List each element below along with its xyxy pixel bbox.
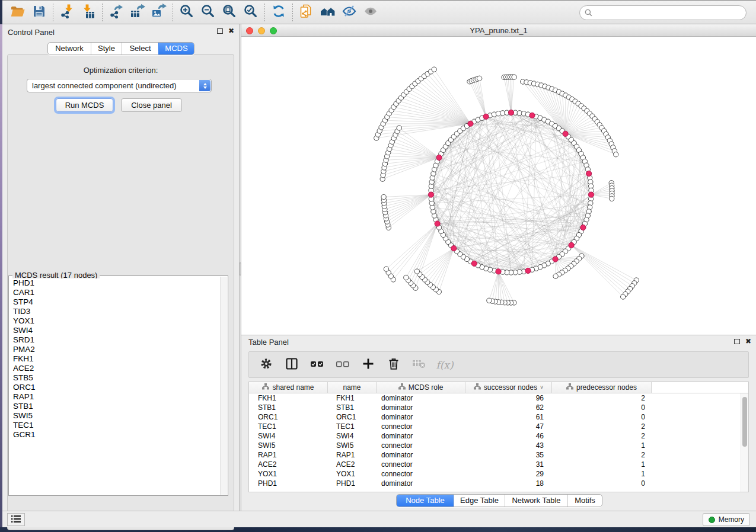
home-button[interactable]	[317, 2, 339, 23]
column-header-successor-nodes[interactable]: successor nodes˅	[465, 382, 552, 393]
save-session-button[interactable]	[28, 2, 50, 23]
tab-select[interactable]: Select	[122, 43, 158, 55]
close-panel-icon[interactable]: ✖	[745, 338, 751, 344]
task-history-button[interactable]	[7, 513, 25, 526]
table-row[interactable]: TEC1TEC1connector472	[249, 422, 748, 431]
add-column-button[interactable]	[361, 357, 376, 373]
mcds-result-item[interactable]: GCR1	[10, 430, 219, 440]
table-cell: 1	[552, 469, 652, 479]
tab-motifs[interactable]: Motifs	[567, 495, 602, 507]
mcds-result-item[interactable]: STB5	[10, 373, 219, 383]
export-network-button[interactable]	[106, 2, 127, 23]
optimization-criterion-select[interactable]: largest connected component (undirected)	[27, 79, 212, 92]
table-row[interactable]: STB1STB1dominator620	[249, 403, 748, 412]
table-cell: 29	[465, 469, 552, 479]
close-panel-icon[interactable]: ✖	[228, 28, 234, 34]
show-columns-button[interactable]	[284, 357, 299, 373]
search-field[interactable]	[579, 5, 747, 20]
mcds-result-item[interactable]: SRD1	[10, 335, 219, 345]
table-row[interactable]: SWI4SWI4dominator462	[249, 431, 748, 441]
tab-style[interactable]: Style	[91, 43, 122, 55]
mcds-result-item[interactable]: PMA2	[10, 345, 219, 354]
mcds-result-item[interactable]: TID3	[10, 307, 219, 316]
mcds-result-item[interactable]: SWI5	[10, 411, 219, 421]
export-table-button[interactable]	[127, 2, 148, 23]
table-row[interactable]: YOX1YOX1connector291	[249, 469, 748, 479]
mcds-result-item[interactable]: PHD1	[10, 278, 219, 288]
delete-column-button[interactable]	[386, 357, 401, 373]
table-header-row: shared namenameMCDS rolesuccessor nodes˅…	[249, 382, 748, 393]
mcds-result-item[interactable]: SWI4	[10, 326, 219, 335]
table-settings-button[interactable]	[259, 357, 274, 373]
table-cell: FKH1	[328, 393, 377, 403]
table-row[interactable]: PHD1PHD1dominator180	[249, 479, 748, 488]
tab-edge-table[interactable]: Edge Table	[454, 495, 505, 507]
plus-icon	[361, 357, 375, 373]
mcds-result-item[interactable]: CAR1	[10, 288, 219, 297]
export-image-button[interactable]	[148, 2, 170, 23]
home-icon	[320, 4, 336, 21]
run-mcds-button[interactable]: Run MCDS	[56, 98, 113, 112]
close-panel-button[interactable]: Close panel	[121, 98, 182, 112]
table-cell: RAP1	[249, 450, 328, 460]
apply-layout-button[interactable]	[268, 2, 289, 23]
tab-node-table[interactable]: Node Table	[397, 495, 454, 507]
column-header-mcds-role[interactable]: MCDS role	[377, 382, 465, 393]
table-row[interactable]: FKH1FKH1dominator962	[249, 393, 748, 403]
mcds-result-item[interactable]: ORC1	[10, 383, 219, 392]
float-panel-icon[interactable]	[217, 28, 223, 34]
show-graphics-button[interactable]	[360, 2, 381, 23]
import-table-button[interactable]	[78, 2, 99, 23]
tab-network-table[interactable]: Network Table	[505, 495, 567, 507]
mcds-result-item[interactable]: TEC1	[10, 421, 219, 430]
table-row[interactable]: ACE2ACE2connector311	[249, 460, 748, 469]
mcds-result-item[interactable]: RAP1	[10, 392, 219, 402]
select-all-icon	[310, 357, 325, 373]
table-cell: SWI4	[249, 431, 328, 441]
table-cell: ORC1	[328, 412, 377, 422]
column-header-name[interactable]: name	[328, 382, 377, 393]
open-session-button[interactable]	[7, 2, 28, 23]
toolbar-separator	[292, 4, 293, 21]
network-canvas[interactable]	[241, 37, 756, 335]
mcds-result-list[interactable]: PHD1CAR1STP4TID3YOX1SWI4SRD1PMA2FKH1ACE2…	[10, 278, 219, 494]
toolbar-separator	[264, 4, 265, 21]
column-header-predecessor-nodes[interactable]: predecessor nodes	[552, 382, 652, 393]
hide-graphics-button[interactable]	[339, 2, 360, 23]
table-row[interactable]: RAP1RAP1dominator352	[249, 450, 748, 460]
zoom-in-button[interactable]	[176, 2, 197, 23]
table-row[interactable]: SWI5SWI5connector431	[249, 441, 748, 450]
mcds-result-item[interactable]: STB1	[10, 402, 219, 411]
memory-status-icon	[709, 517, 715, 523]
mcds-result-item[interactable]: ACE2	[10, 364, 219, 373]
zoom-fit-button[interactable]	[219, 2, 240, 23]
mcds-result-item[interactable]: YOX1	[10, 316, 219, 326]
mcds-list-scrollbar[interactable]	[220, 277, 227, 495]
table-row[interactable]: ORC1ORC1dominator610	[249, 412, 748, 422]
select-all-button[interactable]	[310, 357, 325, 373]
function-builder-button: f(x)	[437, 357, 452, 373]
mcds-result-item[interactable]: STP4	[10, 297, 219, 307]
search-input[interactable]	[595, 9, 741, 17]
column-header-shared-name[interactable]: shared name	[249, 382, 328, 393]
zoom-selected-button[interactable]	[240, 2, 261, 23]
network-window-titlebar: YPA_prune.txt_1	[241, 24, 756, 37]
memory-label: Memory	[719, 515, 744, 524]
zoom-out-button[interactable]	[197, 2, 219, 23]
table-cell: connector	[377, 422, 465, 431]
control-panel: Control Panel ✖ NetworkStyleSelectMCDS O…	[2, 24, 239, 511]
memory-button[interactable]: Memory	[703, 513, 750, 526]
tab-mcds[interactable]: MCDS	[158, 43, 194, 55]
table-body: FKH1FKH1dominator962STB1STB1dominator620…	[249, 393, 748, 488]
mcds-result-item[interactable]: FKH1	[10, 354, 219, 364]
table-scrollbar-thumb[interactable]	[742, 397, 747, 447]
tab-network[interactable]: Network	[48, 43, 91, 55]
import-network-button[interactable]	[56, 2, 78, 23]
table-cell: 47	[465, 422, 552, 431]
table-scrollbar[interactable]	[741, 393, 748, 492]
float-panel-icon[interactable]	[734, 339, 740, 344]
share-document-button[interactable]	[296, 2, 317, 23]
deselect-all-button[interactable]	[335, 357, 350, 373]
table-cell: 96	[465, 393, 552, 403]
eye-icon	[362, 4, 379, 21]
